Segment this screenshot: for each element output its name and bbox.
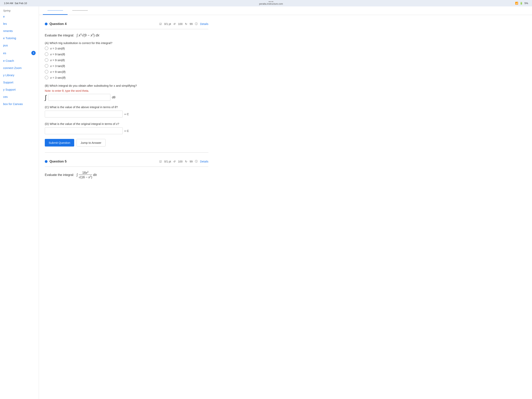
part-d-input[interactable] [45,127,123,134]
sidebar-label-pus: pus [3,44,8,47]
question-5-score: 0/1 pt [164,160,171,163]
question-4-part-b: (B) Which integral do you obtain after s… [45,84,208,101]
submit-question-button[interactable]: Submit Question [45,139,74,147]
sidebar-item-support2[interactable]: y Support [0,86,39,93]
part-d-suffix: + C [124,129,129,133]
radio-a5[interactable] [45,70,48,73]
label-a3: x = 9 sin(θ) [50,58,65,62]
checkbox-icon: ☑ [159,22,162,26]
tab-2[interactable]: ──────── [68,6,92,15]
sidebar-label-e: e [3,15,5,18]
sidebar-label-nments: nments [3,29,13,32]
radio-option-a1[interactable]: x = 3 sin(θ) [45,46,208,50]
question-4-label: Question 4 [50,22,67,26]
part-c-input-row: + C [45,111,208,117]
question-5-details[interactable]: Details [200,160,208,163]
sidebar-item-les[interactable]: les [0,20,39,27]
sidebar-label-tutoring: e Tutoring [3,36,16,40]
wifi-icon: 📶 [515,2,518,5]
sidebar-badge-es: 4 [31,51,36,55]
sidebar-item-pus[interactable]: pus [0,42,39,49]
sidebar-item-nments[interactable]: nments [0,27,39,34]
question-4-details[interactable]: Details [200,22,208,26]
sidebar-item-tutoring[interactable]: e Tutoring [0,34,39,42]
part-c-label: (C) What is the value of the above integ… [45,105,208,109]
label-a1: x = 3 sin(θ) [50,47,65,50]
sidebar-label-es: es [3,51,6,55]
button-row-q4: Submit Question Jump to Answer [45,139,208,147]
question-4-part-a: (A) Which trig substitution is correct f… [45,41,208,79]
label-a5: x = 9 sec(θ) [50,70,66,73]
question-4-header: Question 4 ☑ 0/1 pt ↺ 100 ↻ 99 ⓘ Details [45,19,208,29]
radio-option-a2[interactable]: x = 9 tan(θ) [45,52,208,56]
status-right: 📶 🔋 5% [515,2,528,5]
radio-a4[interactable] [45,64,48,68]
info-icon-5: ⓘ [195,160,198,163]
part-d-input-row: + C [45,127,208,134]
question-4-submissions: 99 [190,22,193,26]
question-5-meta: ☑ 0/1 pt ↺ 100 ↻ 99 ⓘ Details [159,160,208,163]
battery-icon: 🔋 [520,2,523,5]
sidebar-label-support2: y Support [3,88,16,91]
question-4-dot [45,23,48,25]
question-5-header: Question 5 ☑ 0/1 pt ↺ 100 ↻ 99 ⓘ Details [45,156,208,167]
radio-a6[interactable] [45,76,48,79]
part-b-input[interactable] [48,94,110,101]
clock-icon: ↺ [173,22,176,26]
sidebar-label-coach: e Coach [3,59,14,62]
sidebar-label-les: les [3,22,7,25]
question-4-tries: 100 [178,22,183,26]
main-content: ──────── ──────── Question 4 ☑ 0/1 pt ↺ … [39,6,532,399]
tab-1[interactable]: ──────── [43,6,68,15]
sidebar-label-zoom: connect Zoom [3,66,22,70]
sidebar-item-support1[interactable]: Support [0,79,39,86]
info-icon: ⓘ [195,22,198,26]
sidebar-item-zoom[interactable]: connect Zoom [0,64,39,71]
question-5-dot [45,160,48,163]
question-5-title: Question 5 [45,160,67,163]
sidebar-item-coach[interactable]: e Coach [0,57,39,64]
question-5-submissions: 99 [190,160,193,163]
part-a-label: (A) Which trig substitution is correct f… [45,41,208,45]
sidebar-item-ces[interactable]: ces [0,93,39,100]
radio-a3[interactable] [45,58,48,62]
part-c-input[interactable] [45,111,123,117]
battery-percent: 5% [524,2,528,5]
radio-option-a6[interactable]: x = 3 sec(θ) [45,76,208,79]
jump-to-answer-button[interactable]: Jump to Answer [76,139,106,147]
sidebar-item-e[interactable]: e [0,13,39,20]
question-5-problem: Evaluate the integral: ∫ 18x2 √(16 − x2)… [45,171,208,179]
question-4-part-c: (C) What is the value of the above integ… [45,105,208,117]
radio-a1[interactable] [45,46,48,50]
question-5-label: Question 5 [50,160,67,163]
question-4-problem: Evaluate the integral: ∫ x3√(9 − x2) dx [45,33,208,37]
sidebar-label-canvas: box for Canvas [3,102,23,106]
sidebar-item-library[interactable]: y Library [0,71,39,79]
integral-expr-4: ∫ x3√(9 − x2) dx [77,33,100,37]
status-url: peralta.instructure.com [259,3,283,5]
radio-option-a5[interactable]: x = 9 sec(θ) [45,70,208,73]
sidebar-label-library: y Library [3,73,14,77]
question-4-score: 0/1 pt [164,22,171,26]
part-d-label: (D) What is the value of the original in… [45,122,208,125]
clock-icon-5: ↺ [173,160,176,163]
part-b-note: Note: to enter θ, type the word theta. [45,89,208,92]
label-a2: x = 9 tan(θ) [50,53,65,56]
recycle-icon: ↻ [185,22,187,26]
status-center: peralta.instructure.com [259,1,283,5]
sidebar: Spring e les nments e Tutoring pus es 4 … [0,6,39,399]
question-4-container: Question 4 ☑ 0/1 pt ↺ 100 ↻ 99 ⓘ Details… [39,15,214,187]
radio-a2[interactable] [45,52,48,56]
sidebar-item-canvas[interactable]: box for Canvas [0,100,39,108]
part-c-suffix: + C [124,112,129,116]
radio-option-a3[interactable]: x = 9 sin(θ) [45,58,208,62]
checkbox-icon-5: ☑ [159,160,162,163]
radio-option-a4[interactable]: x = 3 tan(θ) [45,64,208,68]
label-a4: x = 3 tan(θ) [50,64,65,68]
part-b-input-row: ∫ dθ [45,94,208,101]
sidebar-item-es[interactable]: es 4 [0,49,39,57]
label-a6: x = 3 sec(θ) [50,76,66,79]
top-nav: ──────── ──────── [39,6,532,15]
question-4-part-d: (D) What is the value of the original in… [45,122,208,134]
app-layout: Spring e les nments e Tutoring pus es 4 … [0,6,532,399]
